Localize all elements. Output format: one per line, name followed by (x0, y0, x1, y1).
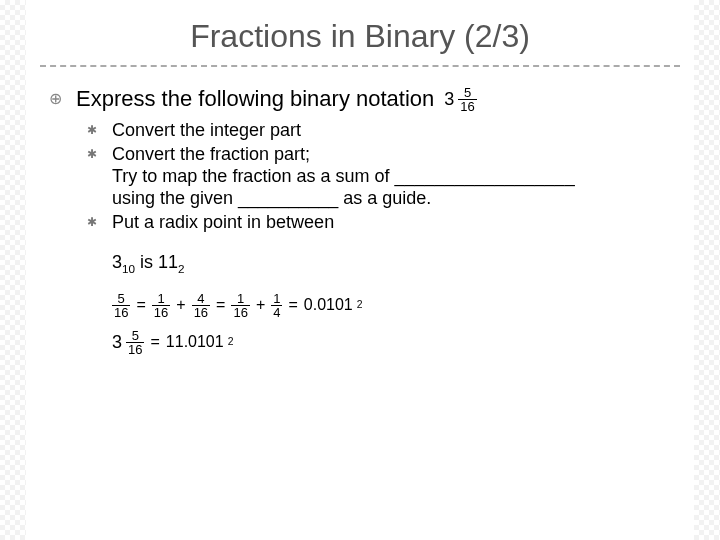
eq2-base: 2 (228, 329, 234, 355)
asterisk-icon: ✱ (84, 143, 100, 165)
eq1-alt1: 1 16 (231, 292, 249, 319)
bg-left-pattern (0, 0, 26, 540)
integer-conversion-line: 310 is 112 (112, 249, 680, 282)
main-prompt-text: Express the following binary notation (76, 85, 434, 113)
worked-example: 310 is 112 5 16 = 1 16 + 4 16 (112, 249, 680, 356)
fraction-decomposition: 5 16 = 1 16 + 4 16 = 1 (112, 292, 680, 319)
eq1-lhs: 5 16 (112, 292, 130, 319)
asterisk-icon: ✱ (84, 211, 100, 233)
level1-content: Express the following binary notation 3 … (76, 85, 680, 356)
mixed-den: 16 (458, 99, 476, 113)
eq2-result: 11.0101 (166, 329, 224, 355)
int-sub1: 10 (122, 262, 135, 275)
mixed-fraction-3-5-16: 3 5 16 (444, 86, 476, 113)
bg-right-pattern (694, 0, 720, 540)
subbullet-c: ✱ Put a radix point in between (84, 211, 680, 233)
eq2-mixed: 3 5 16 (112, 329, 144, 356)
subbullet-b-text: Convert the fraction part; Try to map th… (112, 143, 575, 209)
asterisk-icon: ✱ (84, 119, 100, 141)
eq1-alt2: 1 4 (271, 292, 282, 319)
int-mid: is 11 (135, 252, 178, 272)
oplus-icon: ⊕ (46, 85, 64, 113)
eq1-base: 2 (357, 292, 363, 318)
equals-icon: = (136, 292, 145, 318)
int-sub2: 2 (178, 262, 185, 275)
final-mixed-result: 3 5 16 = 11.01012 (112, 329, 680, 356)
eq1-result: 0.0101 (304, 292, 353, 318)
eq1-t2: 4 16 (192, 292, 210, 319)
equals-icon: = (150, 329, 159, 355)
subbullet-b: ✱ Convert the fraction part; Try to map … (84, 143, 680, 209)
slide: Fractions in Binary (2/3) ⊕ Express the … (0, 0, 720, 540)
subbullet-a: ✱ Convert the integer part (84, 119, 680, 141)
bullet-level1: ⊕ Express the following binary notation … (46, 85, 680, 356)
mixed-whole: 3 (444, 90, 454, 108)
title-divider (40, 65, 680, 67)
int-pre: 3 (112, 252, 122, 272)
sub-b-line2: Try to map the fraction as a sum of ____… (112, 165, 575, 187)
slide-title: Fractions in Binary (2/3) (40, 18, 680, 55)
sub-b-line3: using the given __________ as a guide. (112, 187, 575, 209)
plus-icon: + (176, 292, 185, 318)
subbullet-a-text: Convert the integer part (112, 119, 301, 141)
plus-icon: + (256, 292, 265, 318)
mixed-fraction-part: 5 16 (458, 86, 476, 113)
subbullet-c-text: Put a radix point in between (112, 211, 334, 233)
mixed-num: 5 (464, 86, 471, 99)
equals-icon: = (216, 292, 225, 318)
equals-icon: = (288, 292, 297, 318)
eq1-t1: 1 16 (152, 292, 170, 319)
sub-b-line1: Convert the fraction part; (112, 143, 575, 165)
main-prompt: Express the following binary notation 3 … (76, 85, 680, 113)
